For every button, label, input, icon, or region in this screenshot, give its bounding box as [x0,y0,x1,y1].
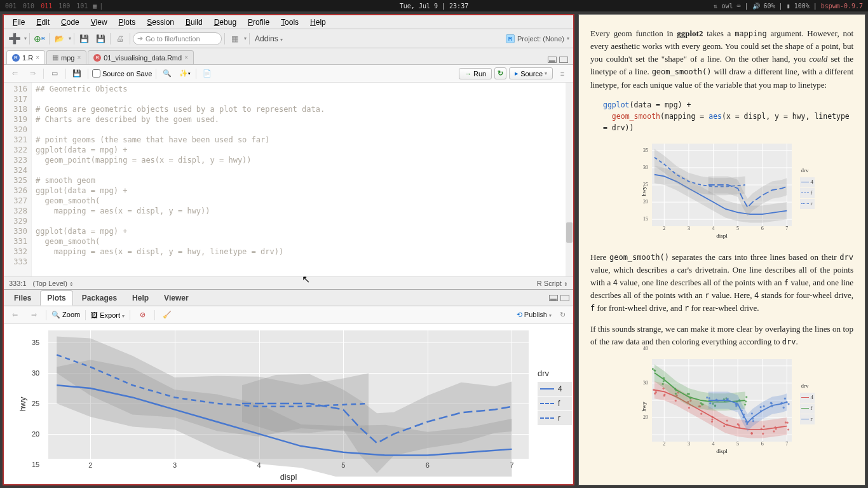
workspace-100[interactable]: 100 [58,3,70,10]
panel-tab-help[interactable]: Help [126,291,155,305]
mini-xtick: 5 [736,440,739,448]
x-tick: 6 [426,461,430,469]
save-button[interactable]: 💾 [77,32,91,46]
code-editor[interactable]: 3163173183193203213223233243253263273283… [4,83,573,276]
menu-build[interactable]: Build [180,17,208,28]
cursor-position: 333:1 [9,280,27,287]
project-menu[interactable]: R Project: (None) ▾ [506,34,569,43]
wand-button[interactable]: ✨▾ [178,67,192,81]
save-all-button[interactable]: 💾 [93,32,107,46]
close-tab-icon[interactable]: × [36,54,39,61]
svg-point-40 [726,419,728,421]
plots-pane: FilesPlotsPackagesHelpViewer ⇐ ⇒ 🔍 Zoom … [4,290,573,484]
menu-profile[interactable]: Profile [243,17,275,28]
menu-code[interactable]: Code [56,17,85,28]
plot-canvas: hwy displ drv 4fr 2345671520253035 [4,324,573,484]
svg-point-39 [711,421,713,423]
file-tab[interactable]: ▦mpg× [46,50,86,64]
rstudio-window: FileEditCodeViewPlotsSessionBuildDebugPr… [3,14,574,485]
minimize-pane-icon[interactable] [548,57,557,63]
menu-view[interactable]: View [86,17,112,28]
workspace-001[interactable]: 001 [5,3,17,10]
maximize-plot-pane-icon[interactable] [560,295,569,301]
svg-point-37 [711,418,713,420]
panel-tabs: FilesPlotsPackagesHelpViewer [4,290,573,306]
menu-tools[interactable]: Tools [276,17,304,28]
menu-debug[interactable]: Debug [209,17,241,28]
close-tab-icon[interactable]: × [77,54,81,61]
file-tab[interactable]: R1.R× [6,50,45,64]
panel-tab-viewer[interactable]: Viewer [158,291,194,305]
svg-point-87 [709,397,710,399]
show-in-new-window-button[interactable]: ▭ [48,67,62,81]
next-plot-button[interactable]: ⇒ [27,308,41,322]
refresh-plot-button[interactable]: ↻ [555,308,569,322]
menubar[interactable]: FileEditCodeViewPlotsSessionBuildDebugPr… [4,15,573,29]
editor-scrollbar[interactable] [566,83,573,276]
panel-tab-files[interactable]: Files [8,291,37,305]
save-doc-button[interactable]: 💾 [70,67,84,81]
svg-point-55 [787,428,789,430]
x-tick: 7 [510,461,513,469]
mini-xtick: 5 [736,225,739,233]
export-button[interactable]: 🖼 Export ▾ [91,311,125,319]
editor-statusbar: 333:1 (Top Level) ⇕ R Script ⇕ [4,276,573,289]
rerun-button[interactable]: ↻ [494,67,506,79]
language-selector[interactable]: R Script ⇕ [537,280,568,287]
mini-ytick: 30 [643,164,648,172]
menu-edit[interactable]: Edit [31,17,55,28]
clear-all-button[interactable]: 🧹 [160,308,174,322]
menu-file[interactable]: File [8,17,30,28]
goto-file-input[interactable]: ➜ Go to file/function [133,32,222,45]
forward-button[interactable]: ⇒ [25,67,39,81]
run-button[interactable]: →Run [459,68,492,79]
remove-plot-button[interactable]: ⊘ [135,308,149,322]
scope-selector[interactable]: (Top Level) ⇕ [33,280,74,287]
mini-xlabel: displ [716,447,728,456]
new-project-button[interactable]: ⊕R [32,32,46,46]
source-toolbar: ⇐ ⇒ ▭ 💾 Source on Save 🔍 ✨▾ 📄 →Run ↻ [4,65,573,83]
legend-title: drv [538,369,572,378]
workspace-010[interactable]: 010 [23,3,34,10]
find-button[interactable]: 🔍 [160,67,174,81]
workspace-011[interactable]: 011 [41,3,52,10]
open-file-button[interactable]: 📂 [52,32,66,46]
panel-tab-plots[interactable]: Plots [40,290,72,306]
close-tab-icon[interactable]: × [184,54,188,61]
grid-button[interactable]: ▦ [227,32,241,46]
prev-plot-button[interactable]: ⇐ [8,308,22,322]
reader-code-block: ggplot(data = mpg) + geom_smooth(mapping… [603,99,853,134]
svg-point-51 [762,433,764,435]
svg-point-66 [675,393,677,395]
menu-help[interactable]: Help [305,17,331,28]
menu-plots[interactable]: Plots [114,17,141,28]
print-button[interactable]: 🖨 [113,32,127,46]
new-file-button[interactable]: ➕ [8,32,22,46]
mini-xtick: 4 [712,440,714,448]
goto-arrow-icon: ➜ [137,34,143,43]
publish-button[interactable]: ⟲ Publish ▾ [517,311,552,319]
reader-paragraph: If this sounds strange, we can make it m… [590,323,853,348]
x-tick: 3 [173,461,177,469]
panel-tab-packages[interactable]: Packages [76,291,123,305]
menu-session[interactable]: Session [142,17,179,28]
back-button[interactable]: ⇐ [8,67,22,81]
minimize-plot-pane-icon[interactable] [549,295,558,301]
source-button[interactable]: ▸Source ▾ [509,67,553,79]
mini-legend: drv 4 f r [800,381,815,425]
svg-point-41 [723,425,725,427]
outline-button[interactable]: ≡ [555,67,569,81]
source-on-save-checkbox[interactable]: Source on Save [92,69,152,78]
volume-value: 60% [764,3,775,10]
addins-menu[interactable]: Addins ▾ [252,34,285,43]
svg-point-69 [687,393,689,395]
file-tab[interactable]: R01_visualising_data.Rmd× [88,50,194,64]
maximize-pane-icon[interactable] [559,57,568,63]
zoom-button[interactable]: 🔍 Zoom [51,311,80,319]
report-button[interactable]: 📄 [200,67,214,81]
workspace-101[interactable]: 101 [76,3,88,10]
mini-ytick: 40 [643,344,648,352]
svg-point-50 [763,425,765,427]
mini-xlabel: displ [716,232,728,241]
apps-icon[interactable]: ▦ [93,3,97,10]
